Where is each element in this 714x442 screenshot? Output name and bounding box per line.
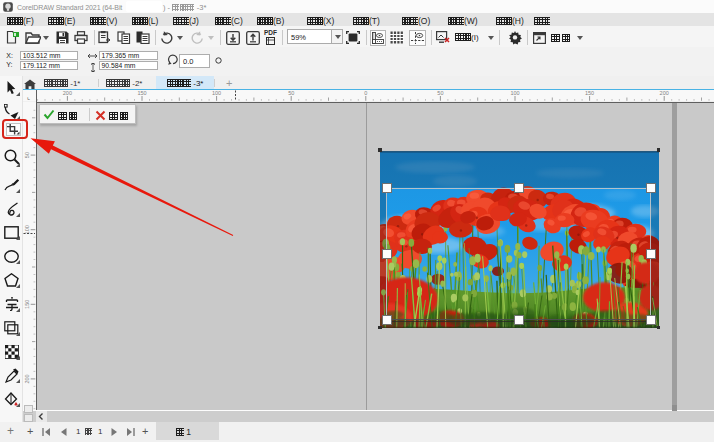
- svg-text:50: 50: [288, 90, 294, 96]
- svg-text:150: 150: [585, 90, 594, 96]
- svg-text:50: 50: [437, 90, 443, 96]
- svg-text:100: 100: [510, 90, 519, 96]
- svg-text:200: 200: [24, 374, 30, 383]
- svg-text:50: 50: [24, 152, 30, 158]
- svg-text:200: 200: [63, 90, 72, 96]
- svg-text:150: 150: [24, 300, 30, 309]
- svg-text:150: 150: [137, 90, 146, 96]
- svg-text:0: 0: [364, 90, 367, 96]
- svg-text:100: 100: [24, 225, 30, 234]
- svg-text:100: 100: [212, 90, 221, 96]
- svg-text:200: 200: [660, 90, 669, 96]
